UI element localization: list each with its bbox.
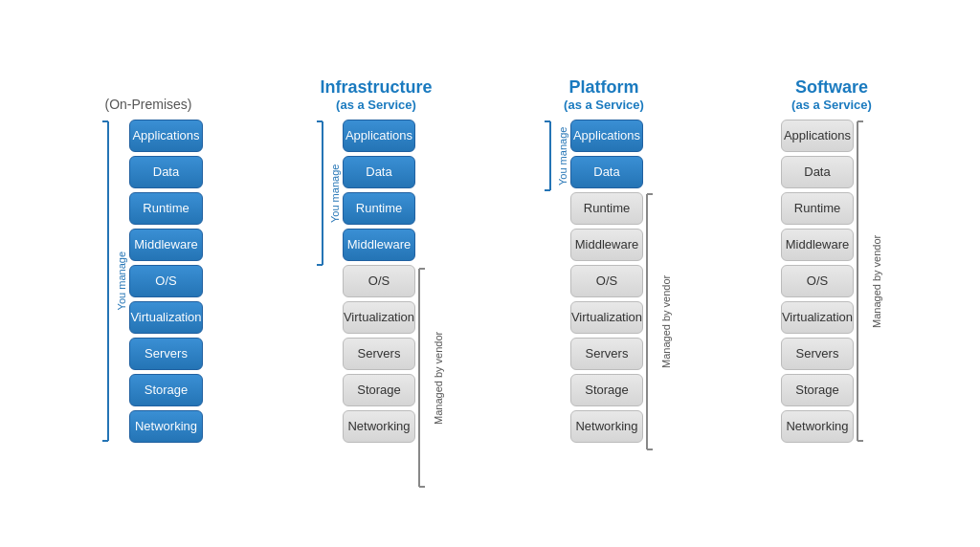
col-subtitle-iaas: (as a Service) xyxy=(336,98,416,112)
left-bracket-label-iaas: You manage xyxy=(329,120,341,267)
item-servers-saas: Servers xyxy=(781,338,854,370)
column-header-paas: Platform (as a Service) xyxy=(564,59,644,112)
right-bracket-svg-paas-vendor xyxy=(645,192,658,451)
left-bracket-svg-iaas-you xyxy=(311,120,324,267)
column-paas: Platform (as a Service) You manage Appli… xyxy=(499,59,709,451)
left-label-iaas: You manage xyxy=(329,120,341,267)
item-middleware-saas: Middleware xyxy=(781,229,854,261)
left-bracket-svg-on-premises xyxy=(97,120,110,443)
item-os-saas: O/S xyxy=(781,265,854,297)
item-runtime-op: Runtime xyxy=(129,192,202,225)
right-label-paas: Managed by vendor xyxy=(660,192,672,451)
item-runtime-iaas: Runtime xyxy=(343,192,415,225)
paas-body: You manage Applications Data Runtime Mid… xyxy=(536,120,672,451)
column-iaas: Infrastructure (as a Service) You manage… xyxy=(271,59,481,489)
item-virtualization-iaas: Virtualization xyxy=(343,301,415,334)
left-bracket-svg-paas-you xyxy=(539,120,552,192)
item-servers-paas: Servers xyxy=(570,338,643,370)
item-virtualization-paas: Virtualization xyxy=(570,301,643,334)
left-bracket-label-paas: You manage xyxy=(557,120,568,192)
diagram-container: (On-Premises) You manage xyxy=(0,50,980,498)
right-bracket-label-paas: Managed by vendor xyxy=(660,192,672,451)
column-header-saas: Software (as a Service) xyxy=(791,59,872,112)
item-middleware-paas: Middleware xyxy=(570,229,643,261)
item-virtualization-op: Virtualization xyxy=(129,301,202,334)
item-servers-op: Servers xyxy=(129,338,202,370)
stack-on-premises: Applications Data Runtime Middleware O/S… xyxy=(129,120,202,443)
col-title-iaas: Infrastructure xyxy=(320,77,432,98)
item-servers-iaas: Servers xyxy=(343,338,415,370)
item-applications-paas: Applications xyxy=(570,120,643,152)
item-applications-saas: Applications xyxy=(781,120,854,152)
stack-paas: Applications Data Runtime Middleware O/S… xyxy=(570,120,643,451)
left-bracket-on-premises xyxy=(94,120,113,443)
item-middleware-iaas: Middleware xyxy=(343,229,415,261)
left-label-on-premises: You manage xyxy=(116,120,127,443)
columns-wrapper: (On-Premises) You manage xyxy=(19,59,961,489)
item-networking-op: Networking xyxy=(129,410,202,443)
left-bracket-iaas xyxy=(308,120,327,489)
right-bracket-svg-saas-vendor xyxy=(856,120,869,443)
right-bracket-svg-iaas-vendor xyxy=(417,267,431,489)
item-os-op: O/S xyxy=(129,265,202,297)
item-applications-op: Applications xyxy=(129,120,202,152)
item-data-paas: Data xyxy=(570,156,643,188)
left-bracket-paas xyxy=(536,120,555,451)
left-bracket-label-on-premises: You manage xyxy=(116,252,127,310)
iaas-body: You manage Applications Data Runtime Mid… xyxy=(308,120,444,489)
item-applications-iaas: Applications xyxy=(343,120,415,152)
column-saas: Software (as a Service) Applications Dat… xyxy=(726,59,937,443)
item-data-saas: Data xyxy=(781,156,854,188)
col-title-paas: Platform xyxy=(568,77,638,98)
item-os-paas: O/S xyxy=(570,265,643,297)
item-virtualization-saas: Virtualization xyxy=(781,301,854,334)
right-bracket-saas xyxy=(856,120,869,443)
item-middleware-op: Middleware xyxy=(129,229,202,261)
col-title-on-premises: (On-Premises) xyxy=(104,97,191,112)
col-subtitle-saas: (as a Service) xyxy=(791,98,872,112)
item-data-op: Data xyxy=(129,156,202,188)
col-title-saas: Software xyxy=(795,77,868,98)
column-header-on-premises: (On-Premises) xyxy=(104,59,191,112)
column-on-premises: (On-Premises) You manage xyxy=(43,59,254,443)
item-data-iaas: Data xyxy=(343,156,415,188)
item-runtime-saas: Runtime xyxy=(781,192,854,225)
right-label-iaas: Managed by vendor xyxy=(433,267,444,489)
right-bracket-iaas xyxy=(417,267,431,489)
right-bracket-paas xyxy=(645,192,658,451)
saas-body: Applications Data Runtime Middleware O/S… xyxy=(781,120,882,443)
on-premises-body: You manage Applications Data Runtime Mid… xyxy=(94,120,202,443)
item-runtime-paas: Runtime xyxy=(570,192,643,225)
item-storage-op: Storage xyxy=(129,374,202,406)
column-header-iaas: Infrastructure (as a Service) xyxy=(320,59,432,112)
item-storage-iaas: Storage xyxy=(343,374,415,406)
stack-iaas: Applications Data Runtime Middleware O/S… xyxy=(343,120,415,489)
col-subtitle-paas: (as a Service) xyxy=(564,98,644,112)
item-storage-saas: Storage xyxy=(781,374,854,406)
right-bracket-label-saas: Managed by vendor xyxy=(871,120,882,443)
right-label-saas: Managed by vendor xyxy=(871,120,882,443)
item-networking-paas: Networking xyxy=(570,410,643,443)
item-storage-paas: Storage xyxy=(570,374,643,406)
left-label-paas: You manage xyxy=(557,120,568,192)
stack-saas: Applications Data Runtime Middleware O/S… xyxy=(781,120,854,443)
item-networking-saas: Networking xyxy=(781,410,854,443)
right-bracket-label-iaas: Managed by vendor xyxy=(433,267,444,489)
item-os-iaas: O/S xyxy=(343,265,415,297)
item-networking-iaas: Networking xyxy=(343,410,415,443)
